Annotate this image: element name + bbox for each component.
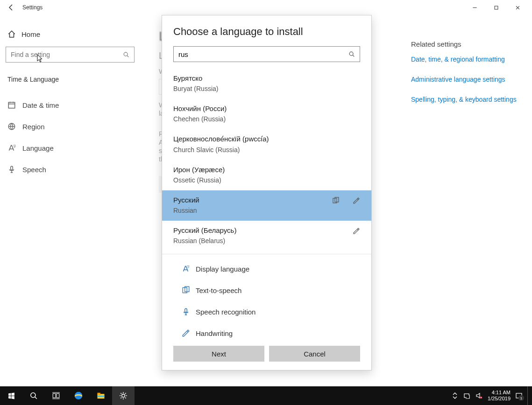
language-english: Buryat (Russia)	[173, 85, 360, 92]
hw-icon	[353, 197, 360, 204]
taskbar-search-button[interactable]	[22, 386, 45, 405]
settings-window: Settings Home Time & Language Date & tim…	[0, 0, 532, 405]
language-list[interactable]: Бурятско Buryat (Russia) Нохчийн (Росси)…	[162, 69, 371, 254]
language-item[interactable]: Бурятско Buryat (Russia)	[162, 69, 371, 99]
dialog-title: Choose a language to install	[173, 26, 360, 38]
language-item[interactable]: Нохчийн (Росси) Chechen (Russia)	[162, 99, 371, 129]
legend-display-language: Display language	[182, 265, 266, 273]
related-link-date-format[interactable]: Date, time, & regional formatting	[411, 55, 523, 64]
calendar-icon	[7, 101, 16, 109]
taskbar-settings-button[interactable]	[112, 386, 135, 405]
language-search-input[interactable]	[178, 50, 348, 58]
system-clock[interactable]: 4:11 AM 1/25/2019	[488, 390, 511, 402]
taskbar-explorer-button[interactable]	[90, 386, 112, 405]
install-language-dialog: Choose a language to install Бурятско Bu…	[162, 15, 372, 370]
task-view-button[interactable]	[45, 386, 67, 405]
language-search[interactable]	[173, 46, 360, 62]
clock-date: 1/25/2019	[488, 396, 511, 402]
legend-speech-recognition: Speech recognition	[182, 307, 266, 316]
sidebar-item-label: Language	[22, 144, 54, 152]
home-link[interactable]: Home	[6, 25, 135, 47]
related-link-admin-lang[interactable]: Administrative language settings	[411, 75, 523, 84]
language-native: Русский (Беларусь)	[173, 226, 360, 234]
sidebar-item-speech[interactable]: Speech	[6, 159, 135, 180]
sidebar-item-language[interactable]: Language	[6, 137, 135, 159]
legend-handwriting: Handwriting	[182, 329, 266, 337]
sidebar-section-title: Time & Language	[6, 76, 135, 83]
minimize-button[interactable]	[464, 0, 485, 15]
sidebar-item-label: Region	[22, 123, 45, 131]
language-english: Russian	[173, 207, 360, 214]
language-item[interactable]: Ирон (Уæрæсе) Ossetic (Russia)	[162, 160, 371, 190]
sidebar-search-input[interactable]	[11, 51, 123, 58]
sidebar-item-label: Date & time	[22, 101, 59, 109]
clock-time: 4:11 AM	[488, 390, 511, 396]
taskbar-ie-button[interactable]	[67, 386, 90, 405]
related-settings: Related settings Date, time, & regional …	[411, 40, 523, 115]
language-english: Ossetic (Russia)	[173, 176, 360, 184]
back-button[interactable]	[4, 0, 19, 15]
next-button[interactable]: Next	[173, 346, 264, 362]
sidebar-search[interactable]	[6, 47, 135, 63]
tray-volume-icon[interactable]	[475, 392, 483, 399]
related-heading: Related settings	[411, 40, 523, 48]
notif-badge: 1	[518, 395, 524, 401]
sidebar-item-label: Speech	[22, 166, 46, 174]
language-item[interactable]: Церковнослове́нскїй (рwссі́а) Church Sla…	[162, 129, 371, 160]
sidebar-item-date-time[interactable]: Date & time	[6, 94, 135, 116]
cancel-button[interactable]: Cancel	[269, 346, 360, 362]
start-button[interactable]	[0, 386, 22, 405]
maximize-button[interactable]	[485, 0, 507, 15]
globe-icon	[7, 122, 16, 131]
language-item[interactable]: Русский (Казахстан) Russian (Kazakhstan)	[162, 251, 371, 254]
language-native: Церковнослове́нскїй (рwссі́а)	[173, 135, 360, 143]
language-native: Нохчийн (Росси)	[173, 105, 360, 112]
tray-network-icon[interactable]	[463, 392, 471, 399]
tray-updown-icon[interactable]	[451, 392, 459, 399]
language-icon	[7, 144, 16, 152]
sidebar: Home Time & Language Date & time Region …	[0, 15, 140, 386]
sidebar-item-region[interactable]: Region	[6, 116, 135, 137]
tts-icon	[332, 197, 340, 204]
language-item[interactable]: Русский Russian	[162, 190, 371, 221]
search-icon	[348, 51, 355, 57]
feature-legend: Display language Text-to-speech Speech r…	[173, 259, 360, 346]
mic-icon	[7, 165, 16, 174]
language-english: Chechen (Russia)	[173, 115, 360, 123]
taskbar[interactable]: 4:11 AM 1/25/2019 1	[0, 386, 532, 405]
language-english: Russian (Belarus)	[173, 237, 360, 244]
window-title: Settings	[22, 4, 464, 11]
search-icon	[123, 51, 129, 58]
home-label: Home	[21, 30, 40, 38]
related-link-spelling[interactable]: Spelling, typing, & keyboard settings	[411, 95, 523, 105]
home-icon	[7, 30, 16, 38]
language-item[interactable]: Русский (Беларусь) Russian (Belarus)	[162, 221, 371, 251]
language-native: Бурятско	[173, 74, 360, 82]
legend-text-to-speech: Text-to-speech	[182, 286, 266, 294]
action-center-button[interactable]: 1	[515, 392, 523, 399]
show-desktop-button[interactable]	[527, 386, 530, 405]
hw-icon	[353, 227, 360, 235]
language-native: Ирон (Уæрæсе)	[173, 166, 360, 174]
titlebar: Settings	[0, 0, 532, 15]
language-english: Church Slavic (Russia)	[173, 146, 360, 154]
close-button[interactable]	[507, 0, 528, 15]
